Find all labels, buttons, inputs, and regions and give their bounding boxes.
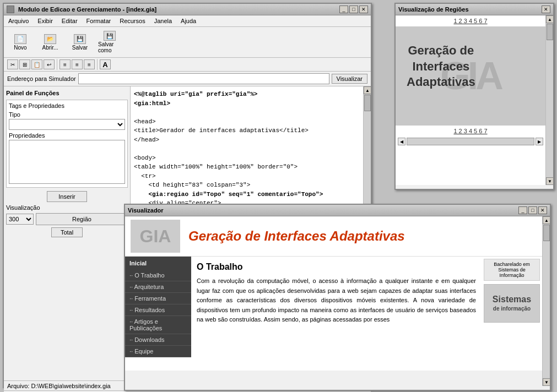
undo-button[interactable]: ↩ <box>44 59 55 69</box>
propriedades-textarea[interactable] <box>9 140 125 184</box>
regions-vscrollbar[interactable]: ▲ ▼ <box>545 15 553 185</box>
visualizador-controls[interactable]: _ □ ✕ <box>518 206 547 214</box>
address-input[interactable] <box>78 73 329 84</box>
menu-exibir[interactable]: Exibir <box>35 17 55 25</box>
nav-item-equipe[interactable]: Equipe <box>125 346 191 357</box>
align-center-button[interactable]: ≡ <box>72 59 83 69</box>
viz-close-button[interactable]: ✕ <box>538 206 547 214</box>
vis-row: 300 Região <box>6 213 128 225</box>
inserir-button[interactable]: Inserir <box>47 191 87 202</box>
maximize-button[interactable]: □ <box>349 6 358 13</box>
hscroll-left-button[interactable]: ◀ <box>398 138 405 145</box>
regions-hscrollbar[interactable]: ◀ ▶ <box>396 137 545 146</box>
save-as-icon: 💾 <box>104 31 116 41</box>
viz-main-content: O Trabalho Com a revolução da computação… <box>191 257 482 357</box>
code-line-6 <box>134 144 360 154</box>
viz-scroll-thumb[interactable] <box>543 225 550 241</box>
total-button[interactable]: Total <box>51 227 83 237</box>
hscroll-track[interactable] <box>407 138 534 145</box>
code-line-11: <gia:regiao id="Topo" seq="1" comentario… <box>134 190 360 199</box>
visualizacao-section: Visualização 300 Região Total <box>6 204 128 237</box>
viz-header-title: Geração de Interfaces Adaptativas <box>188 228 405 244</box>
viz-regions-controls[interactable]: ✕ <box>542 6 550 13</box>
main-window-controls[interactable]: _ □ ✕ <box>339 6 368 13</box>
nav-item-trabalho[interactable]: O Trabalho <box>125 270 191 281</box>
viz-sidebar-right: Bacharelado emSistemas de Informação Sis… <box>482 257 542 357</box>
open-icon: 📂 <box>44 34 56 44</box>
code-line-5: </head> <box>134 135 360 145</box>
nav-item-ferramenta[interactable]: Ferramenta <box>125 293 191 304</box>
regiao-button[interactable]: Região <box>36 213 128 225</box>
code-line-4: <title>Gerador de interfaces adaptativas… <box>134 126 360 135</box>
code-line-8: <table width="100%" height="100%" border… <box>134 162 360 172</box>
menu-recursos[interactable]: Recursos <box>117 17 147 25</box>
visualizador-title-text: Visualizador <box>128 207 164 214</box>
format-toolbar: ✂ ⊞ 📋 ↩ ≡ ≡ ≡ A <box>4 58 371 72</box>
viz-nav-header: Inicial <box>125 257 191 270</box>
address-bar: Endereço para Simulador Visualizar <box>4 72 371 86</box>
menu-ajuda[interactable]: Ajuda <box>179 17 198 25</box>
sidebar-img-text: Sistemas de informação <box>493 295 531 312</box>
propriedades-label: Propriedades <box>9 132 125 139</box>
scroll-up-button[interactable]: ▲ <box>364 86 371 94</box>
regions-scroll-thumb[interactable] <box>547 24 553 40</box>
regions-scroll-down[interactable]: ▼ <box>546 177 553 185</box>
open-label: Abrir... <box>42 45 58 51</box>
main-title-text: Modulo de Edicao e Gerenciamento - [inde… <box>18 6 156 13</box>
code-line-7: <body> <box>134 154 360 163</box>
code-line-10: <td height="83" colspan="3"> <box>134 181 360 190</box>
menu-formatar[interactable]: Formatar <box>84 17 113 25</box>
cut-button[interactable]: ✂ <box>7 59 18 69</box>
viz-scroll-track[interactable] <box>543 224 550 378</box>
regions-content: ▲ ▼ 1 2 3 4 5 6 7 GIA Geração deInterfac… <box>396 15 553 185</box>
visualizador-title: Visualizador <box>128 207 164 214</box>
visualizar-button[interactable]: Visualizar <box>332 74 368 84</box>
nav-item-downloads[interactable]: Downloads <box>125 334 191 346</box>
nav-item-arquitetura[interactable]: Arquitetura <box>125 281 191 293</box>
code-line-1: <gia:html> <box>134 99 360 108</box>
scroll-thumb[interactable] <box>364 95 371 111</box>
menubar: Arquivo Exibir Editar Formatar Recursos … <box>4 15 371 27</box>
menu-editar[interactable]: Editar <box>60 17 80 25</box>
left-panel: Painel de Funções Tags e Propriedades Ti… <box>4 86 131 380</box>
save-as-button[interactable]: 💾 Salvar como <box>96 29 123 55</box>
align-right-button[interactable]: ≡ <box>84 59 95 69</box>
viz-maximize-button[interactable]: □ <box>528 206 537 214</box>
menu-janela[interactable]: Janela <box>152 17 174 25</box>
close-button[interactable]: ✕ <box>359 6 368 13</box>
save-button[interactable]: 💾 Salvar <box>67 32 93 52</box>
align-left-button[interactable]: ≡ <box>60 59 71 69</box>
viz-body: Inicial O Trabalho Arquitetura Ferrament… <box>125 257 542 357</box>
nav-item-resultados[interactable]: Resultados <box>125 304 191 316</box>
paste-button[interactable]: 📋 <box>31 59 42 69</box>
viz-regions-close-button[interactable]: ✕ <box>542 6 550 13</box>
menu-arquivo[interactable]: Arquivo <box>6 17 31 25</box>
regions-scroll-track[interactable] <box>546 23 553 177</box>
viz-scroll-down[interactable]: ▼ <box>543 378 550 386</box>
viz-main-text: Com a revolução da computação móvel, o a… <box>197 276 476 325</box>
vis-select[interactable]: 300 <box>6 214 34 225</box>
viz-vscrollbar[interactable]: ▲ ▼ <box>542 216 550 386</box>
new-button[interactable]: 📄 Novo <box>7 32 34 52</box>
viz-sidebar-img: Sistemas de informação <box>484 284 540 323</box>
main-titlebar: Modulo de Edicao e Gerenciamento - [inde… <box>4 4 371 15</box>
font-button[interactable]: A <box>100 59 111 69</box>
viz-minimize-button[interactable]: _ <box>518 206 527 214</box>
hscroll-right-button[interactable]: ▶ <box>536 138 543 145</box>
code-line-2 <box>134 108 360 117</box>
address-label: Endereço para Simulador <box>7 75 76 82</box>
save-label: Salvar <box>72 45 88 51</box>
viz-main-heading: O Trabalho <box>197 262 476 272</box>
tags-section: Tags e Propriedades Tipo Propriedades <box>6 100 128 188</box>
viz-scroll-up[interactable]: ▲ <box>543 216 550 224</box>
minimize-button[interactable]: _ <box>339 6 348 13</box>
viz-content[interactable]: GIA Geração de Interfaces Adaptativas In… <box>125 216 542 371</box>
viz-regions-titlebar: Visualização de Regiões ✕ <box>396 4 553 15</box>
regions-scroll-up[interactable]: ▲ <box>546 15 553 23</box>
panel-title: Painel de Funções <box>6 89 128 97</box>
nav-item-artigos[interactable]: Artigos e Publicações <box>125 316 191 334</box>
copy-button[interactable]: ⊞ <box>19 59 30 69</box>
tipo-dropdown[interactable] <box>9 119 125 130</box>
main-title: Modulo de Edicao e Gerenciamento - [inde… <box>7 6 156 13</box>
open-button[interactable]: 📂 Abrir... <box>37 32 63 52</box>
